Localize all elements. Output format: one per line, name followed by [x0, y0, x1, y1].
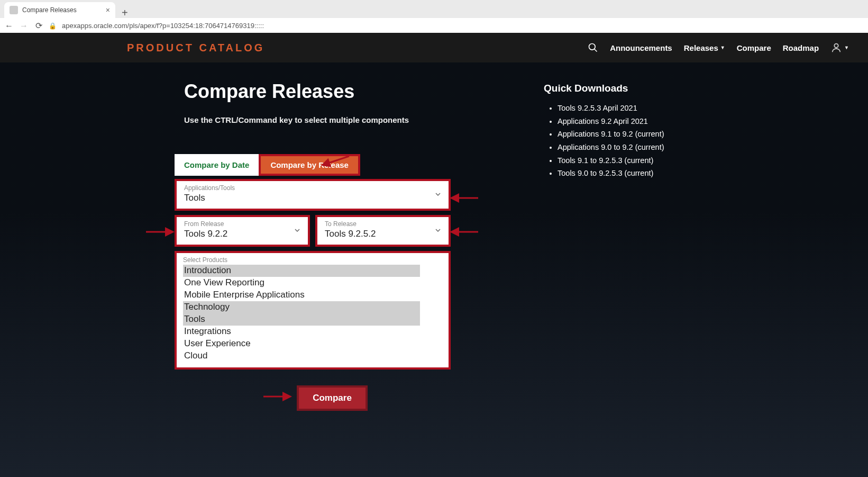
- field-label: From Release: [184, 220, 300, 228]
- page-subtext: Use the CTRL/Command key to select multi…: [184, 115, 480, 124]
- product-option[interactable]: Technology: [183, 301, 420, 313]
- list-item: Tools 9.2.5.3 April 2021: [558, 102, 713, 115]
- list-item: Applications 9.0 to 9.2 (current): [558, 141, 713, 154]
- user-menu[interactable]: ▼: [830, 42, 849, 53]
- list-item: Applications 9.1 to 9.2 (current): [558, 128, 713, 141]
- product-option[interactable]: Mobile Enterprise Applications: [183, 289, 446, 301]
- list-item: Tools 9.0 to 9.2.5.3 (current): [558, 167, 713, 180]
- svg-line-1: [595, 49, 597, 52]
- scrollbar[interactable]: [441, 254, 447, 366]
- chevron-down-icon: [435, 190, 441, 200]
- tab-compare-by-release[interactable]: Compare by Release: [259, 154, 360, 176]
- field-label: Select Products: [183, 256, 446, 264]
- to-release-select[interactable]: To Release Tools 9.2.5.2: [315, 215, 451, 247]
- download-link[interactable]: Applications 9.0 to 9.2 (current): [558, 143, 664, 151]
- field-value: Tools 9.2.2: [184, 229, 300, 239]
- chevron-down-icon: ▼: [720, 45, 725, 50]
- brand-logo[interactable]: PRODUCT CATALOG: [127, 42, 264, 54]
- field-label: To Release: [325, 220, 441, 228]
- compare-mode-tabs: Compare by Date Compare by Release: [175, 154, 480, 176]
- chevron-down-icon: [435, 226, 441, 236]
- product-option[interactable]: Integrations: [183, 326, 446, 338]
- product-option[interactable]: Introduction: [183, 265, 420, 277]
- download-link[interactable]: Applications 9.1 to 9.2 (current): [558, 130, 664, 138]
- product-option[interactable]: Cloud: [183, 350, 446, 362]
- address-bar[interactable]: apexapps.oracle.com/pls/apex/f?p=103254:…: [62, 22, 864, 30]
- back-button[interactable]: ←: [4, 21, 14, 31]
- search-icon[interactable]: [588, 42, 598, 53]
- browser-chrome: Compare Releases × + ← → ⟳ 🔒 apexapps.or…: [0, 0, 868, 33]
- product-option[interactable]: Tools: [183, 313, 420, 326]
- reload-button[interactable]: ⟳: [34, 21, 43, 31]
- download-link[interactable]: Tools 9.0 to 9.2.5.3 (current): [558, 169, 653, 177]
- download-link[interactable]: Tools 9.1 to 9.2.5.3 (current): [558, 156, 653, 165]
- field-value: Tools: [184, 193, 441, 203]
- lock-icon: 🔒: [49, 22, 57, 30]
- nav-releases-label: Releases: [684, 43, 718, 52]
- field-label: Applications/Tools: [184, 184, 441, 192]
- product-option[interactable]: User Experience: [183, 338, 446, 350]
- svg-point-2: [834, 44, 838, 48]
- from-release-select[interactable]: From Release Tools 9.2.2: [175, 215, 310, 247]
- field-value: Tools 9.2.5.2: [325, 229, 441, 239]
- browser-tab[interactable]: Compare Releases ×: [4, 2, 115, 18]
- nav-announcements[interactable]: Announcements: [610, 43, 672, 52]
- download-link[interactable]: Tools 9.2.5.3 April 2021: [558, 104, 637, 112]
- page-title: Compare Releases: [184, 80, 480, 103]
- nav-releases[interactable]: Releases ▼: [684, 43, 725, 52]
- download-link[interactable]: Applications 9.2 April 2021: [558, 117, 648, 125]
- svg-point-0: [589, 44, 596, 50]
- list-item: Tools 9.1 to 9.2.5.3 (current): [558, 154, 713, 167]
- tab-compare-by-date[interactable]: Compare by Date: [175, 154, 259, 176]
- favicon: [10, 6, 18, 14]
- compare-button[interactable]: Compare: [297, 385, 368, 411]
- quick-downloads-list: Tools 9.2.5.3 April 2021Applications 9.2…: [544, 102, 713, 180]
- quick-downloads-heading: Quick Downloads: [544, 83, 713, 94]
- list-item: Applications 9.2 April 2021: [558, 115, 713, 128]
- new-tab-button[interactable]: +: [117, 7, 132, 18]
- forward-button[interactable]: →: [19, 21, 29, 31]
- close-tab-icon[interactable]: ×: [106, 6, 110, 14]
- tab-title: Compare Releases: [22, 6, 102, 14]
- applications-tools-select[interactable]: Applications/Tools Tools: [175, 179, 451, 211]
- nav-compare[interactable]: Compare: [737, 43, 771, 52]
- nav-roadmap[interactable]: Roadmap: [783, 43, 819, 52]
- chevron-down-icon: ▼: [844, 45, 849, 50]
- chevron-down-icon: [294, 226, 300, 236]
- user-icon: [830, 42, 842, 53]
- select-products-listbox[interactable]: Select Products IntroductionOne View Rep…: [175, 251, 451, 370]
- site-header: PRODUCT CATALOG Announcements Releases ▼…: [0, 33, 868, 62]
- product-option[interactable]: One View Reporting: [183, 277, 446, 289]
